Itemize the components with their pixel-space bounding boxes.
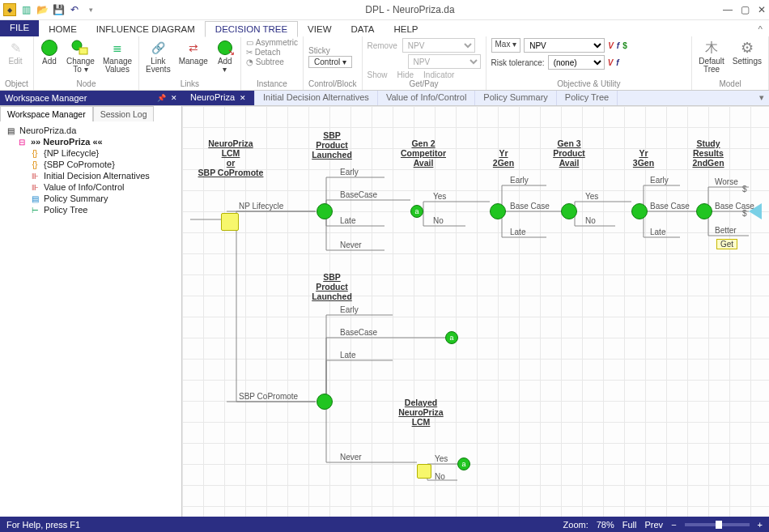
branch-np-lifecycle: NP Lifecycle — [239, 202, 283, 211]
new-icon[interactable]: ▥ — [19, 3, 32, 16]
undo-icon[interactable]: ↶ — [68, 3, 81, 16]
chain-icon: 🔗 — [149, 39, 167, 57]
objective-combo[interactable]: NPV — [524, 38, 605, 53]
group-control-block: Sticky Control ▾ Control/Block — [304, 36, 362, 90]
tab-influence-diagram[interactable]: INFLUENCE DIAGRAM — [87, 22, 205, 36]
v-icon[interactable]: V — [608, 41, 614, 50]
chance-node-study[interactable] — [696, 203, 712, 219]
max-button[interactable]: Max ▾ — [491, 38, 521, 53]
doc-tab-neuropriza[interactable]: NeuroPriza✕ — [182, 91, 255, 105]
chance-node-sbp-top[interactable] — [317, 203, 333, 219]
decision-tree-canvas[interactable]: NeuroPriza LCM or SBP CoPromote SBP Prod… — [182, 106, 769, 517]
zoom-full-button[interactable]: Full — [622, 520, 637, 530]
tab-help[interactable]: HELP — [384, 22, 427, 36]
hide-button[interactable]: Hide — [397, 70, 414, 79]
file-tab[interactable]: FILE — [0, 20, 39, 36]
branch-better: Better — [715, 226, 737, 235]
workspace-panel-header: Workspace Manager 📌 ✕ — [0, 91, 182, 105]
zoom-prev-button[interactable]: Prev — [645, 520, 664, 530]
decision-node-root[interactable] — [221, 213, 239, 231]
remove-getpay-button[interactable]: Remove — [368, 41, 397, 50]
f2-icon[interactable]: f — [616, 58, 618, 67]
detach-icon: ✂ — [246, 48, 253, 57]
doc-tab-policy-summary[interactable]: Policy Summary — [475, 91, 556, 105]
chance-node-gen3[interactable] — [561, 203, 577, 219]
open-icon[interactable]: 📂 — [36, 3, 49, 16]
panel-close-icon[interactable]: ✕ — [171, 94, 177, 102]
tree-item[interactable]: ⊢Policy Tree — [2, 204, 180, 215]
qat-customize-icon[interactable]: ▾ — [84, 3, 97, 16]
tree-item[interactable]: ▤Policy Summary — [2, 193, 180, 204]
group-model: ⽊ Default Tree ⚙ Settings Model — [692, 36, 769, 90]
tree-active-model[interactable]: ⊟»» NeuroPriza «« — [2, 136, 180, 147]
pin-icon[interactable]: 📌 — [157, 94, 166, 102]
brace-icon: {} — [29, 160, 40, 169]
subtree-node-a3[interactable]: a — [457, 458, 470, 470]
doc-tab-policy-tree[interactable]: Policy Tree — [557, 91, 618, 105]
tree-item[interactable]: {}{NP Lifecycle} — [2, 147, 180, 159]
subtree-button[interactable]: ◔Subtree — [246, 57, 298, 66]
minimize-button[interactable]: — — [723, 4, 733, 15]
get-button[interactable]: Get — [716, 239, 737, 249]
window-buttons: — ▢ ✕ — [723, 4, 766, 15]
subtree-node-a1[interactable]: a — [410, 205, 423, 218]
tree-root[interactable]: ▤NeuroPriza.da — [2, 125, 180, 136]
tab-home[interactable]: HOME — [39, 22, 87, 36]
file-icon: ▤ — [5, 126, 16, 135]
v2-icon[interactable]: V — [608, 58, 614, 67]
branch-early: Early — [340, 168, 359, 177]
window-title: DPL - NeuroPriza.da — [97, 4, 723, 15]
f-icon[interactable]: f — [617, 41, 619, 50]
chance-node-sbp-bot[interactable] — [317, 394, 333, 410]
indicator-button[interactable]: Indicator — [423, 70, 454, 79]
ws-tab-session-log[interactable]: Session Log — [93, 106, 155, 121]
subtree-node-a2[interactable]: a — [445, 331, 458, 344]
branch-early-3: Early — [650, 176, 669, 185]
detach-button[interactable]: ✂Detach — [246, 48, 298, 57]
asymmetric-button[interactable]: ▭Asymmetric — [246, 38, 298, 47]
chance-node-yr3[interactable] — [631, 203, 648, 219]
sticky-button[interactable]: Sticky — [308, 46, 352, 55]
doc-tab-value-info[interactable]: Value of Info/Control — [378, 91, 475, 105]
tab-view[interactable]: VIEW — [298, 22, 341, 36]
edit-button[interactable]: ✎ Edit — [5, 38, 26, 66]
close-icon[interactable]: ✕ — [240, 94, 246, 102]
doc-tab-initial-decision[interactable]: Initial Decision Alternatives — [255, 91, 378, 105]
control-button[interactable]: Control ▾ — [308, 56, 352, 68]
add-node-button[interactable]: Add — [39, 38, 60, 66]
node-label-yr2: Yr 2Gen — [483, 148, 524, 168]
tree-icon: ⽊ — [703, 39, 720, 57]
dollar-icon[interactable]: $ — [622, 41, 627, 50]
maximize-button[interactable]: ▢ — [741, 4, 750, 15]
close-button[interactable]: ✕ — [758, 4, 766, 15]
getpay-combo-1[interactable]: NPV — [402, 38, 475, 53]
branch-sbp-copromote: SBP CoPromote — [239, 392, 298, 401]
zoom-in-button[interactable]: + — [758, 520, 763, 530]
zoom-out-button[interactable]: − — [671, 520, 676, 530]
zoom-slider[interactable] — [685, 523, 750, 526]
risk-tolerance-combo[interactable]: (none) — [548, 55, 605, 70]
save-icon[interactable]: 💾 — [52, 3, 65, 16]
branch-worse: Worse — [715, 177, 738, 186]
brace-icon: {} — [29, 148, 40, 158]
link-events-button[interactable]: 🔗 Link Events — [144, 38, 172, 74]
manage-values-button[interactable]: ≣ Manage Values — [101, 38, 134, 74]
tree-item[interactable]: ⊪Initial Decision Alternatives — [2, 170, 180, 181]
settings-button[interactable]: ⚙ Settings — [731, 38, 763, 66]
chance-node-yr2[interactable] — [490, 203, 506, 219]
group-links: 🔗 Link Events ⇄ Manage ↘ Add ▾ Links — [139, 36, 241, 90]
default-tree-button[interactable]: ⽊ Default Tree — [697, 38, 726, 74]
tree-item[interactable]: {}{SBP CoPromote} — [2, 159, 180, 170]
change-to-button[interactable]: Change To ▾ — [65, 38, 96, 74]
tree-item[interactable]: ⊪Value of Info/Control — [2, 181, 180, 193]
manage-links-button[interactable]: ⇄ Manage — [177, 38, 210, 66]
getpay-combo-2[interactable]: NPV — [408, 54, 481, 69]
show-button[interactable]: Show — [368, 70, 388, 79]
add-link-button[interactable]: ↘ Add ▾ — [215, 38, 236, 74]
ws-tab-manager[interactable]: Workspace Manager — [0, 106, 93, 121]
decision-node-delayed[interactable] — [417, 464, 431, 479]
tab-decision-tree[interactable]: DECISION TREE — [205, 21, 298, 37]
tab-data[interactable]: DATA — [341, 22, 384, 36]
doc-tabs-dropdown-icon[interactable]: ▾ — [754, 91, 769, 105]
ribbon-collapse-icon[interactable]: ^ — [752, 22, 769, 36]
